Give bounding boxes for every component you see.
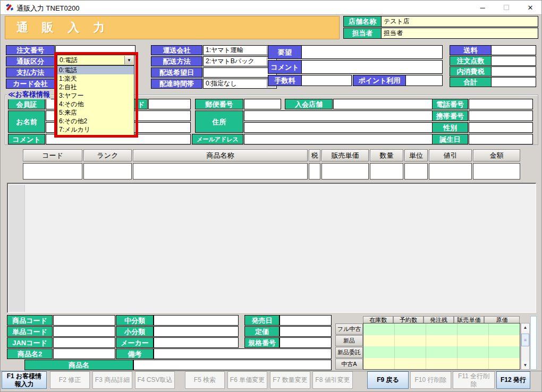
product-name-field[interactable]	[133, 360, 332, 370]
carrier-combo[interactable]: 1:ヤマト運輸 ▼	[203, 45, 277, 55]
member-card-label: 会員証	[8, 99, 45, 109]
stock-cell	[458, 323, 489, 335]
close-button[interactable]: ✕	[521, 1, 539, 14]
stock-cell	[489, 335, 520, 347]
total-label: 合計	[450, 77, 492, 87]
ship-date-field[interactable]	[203, 67, 277, 78]
items-list-panel[interactable]	[7, 183, 536, 313]
f10-delete-row-button[interactable]: F10 行削除	[410, 371, 451, 389]
items-entry-cell[interactable]	[404, 163, 428, 180]
customer-comment-field[interactable]	[46, 134, 191, 144]
jan-code-field[interactable]	[53, 337, 115, 348]
items-col-header: 金額	[473, 149, 520, 161]
items-entry-cell[interactable]	[23, 163, 82, 180]
email-field[interactable]	[244, 134, 436, 144]
f11-delete-all-button[interactable]: F11 全行削除	[453, 371, 495, 389]
gender-field[interactable]	[469, 122, 533, 133]
mid-category-field[interactable]	[154, 315, 239, 326]
phone-field[interactable]	[469, 99, 533, 109]
f6-unit-price-button[interactable]: F6 単価変更	[227, 371, 267, 389]
f1-customer-info-button[interactable]: F1 お客様情報入力	[2, 371, 47, 389]
items-entry-cell[interactable]	[429, 163, 472, 180]
dropdown-item[interactable]: 6:その他2	[57, 117, 134, 125]
jan-code-label: JANコード	[7, 337, 53, 348]
dropdown-item[interactable]: 4:その他	[57, 100, 134, 108]
note-field[interactable]	[154, 348, 332, 359]
channel-label: 通販区分	[6, 56, 55, 66]
ship-method-combo[interactable]: 2:ヤマトBパック ▼	[203, 56, 277, 66]
stock-scrollbar[interactable]: ▲ ≡ ▼	[521, 323, 530, 370]
time-slot-combo[interactable]: 0:指定なし ▼	[203, 79, 277, 89]
postal-code-field[interactable]	[244, 99, 281, 109]
dropdown-item[interactable]: 0:電話	[57, 66, 134, 74]
dropdown-item[interactable]: 5:来店	[57, 108, 134, 117]
f3-product-detail-button[interactable]: F3 商品詳細	[92, 371, 132, 389]
f5-search-button[interactable]: F5 検索	[185, 371, 225, 389]
member-sub-field[interactable]	[148, 99, 191, 109]
product-name2-field[interactable]	[53, 348, 115, 359]
items-entry-cell[interactable]	[309, 163, 320, 180]
list-price-field[interactable]	[280, 326, 332, 337]
carrier-value: 1:ヤマト運輸	[206, 46, 243, 55]
items-entry-cell[interactable]	[83, 163, 132, 180]
items-entry-cell[interactable]	[133, 163, 308, 180]
stock-col-header: 予約数	[393, 316, 424, 323]
channel-combo[interactable]: 0:電話 ▼	[57, 55, 134, 65]
scroll-down-button[interactable]: ▼	[521, 361, 529, 369]
channel-dropdown-list: 0:電話 1:楽天 2:自社 3:ヤフー 4:その他 5:来店 6:その他2 7…	[57, 65, 134, 135]
birthday-field[interactable]	[469, 134, 533, 144]
items-col-header: 値引	[429, 149, 472, 161]
dropdown-item[interactable]: 3:ヤフー	[57, 91, 134, 100]
items-entry-cell[interactable]	[473, 163, 520, 180]
chevron-down-icon[interactable]: ▼	[124, 56, 133, 64]
items-col-header: 商品名称	[133, 149, 308, 161]
request-label: 要望	[268, 45, 302, 59]
stock-col-header: 発注残	[424, 316, 454, 323]
window-title: 通販入力 TNET0200	[16, 4, 79, 13]
ship-method-value: 2:ヤマトBパック	[206, 57, 255, 66]
dropdown-item[interactable]: 2:自社	[57, 83, 134, 91]
points-field[interactable]	[405, 75, 443, 86]
order-comment-field[interactable]	[301, 60, 443, 74]
row-selector-strip	[9, 185, 25, 312]
stock-cell	[395, 335, 426, 347]
release-date-field[interactable]	[280, 315, 332, 326]
address-field-2[interactable]	[244, 122, 436, 133]
email-label: メールアドレス	[192, 134, 243, 144]
items-col-header: ランク	[83, 149, 132, 161]
product-code-label: 商品コード	[7, 315, 53, 326]
minimize-button[interactable]: ─	[473, 1, 492, 14]
f7-quantity-button[interactable]: F7 数量変更	[270, 371, 310, 389]
standard-no-field[interactable]	[280, 337, 332, 348]
sub-category-field[interactable]	[154, 326, 239, 337]
dropdown-item[interactable]: 1:楽天	[57, 74, 134, 83]
f12-issue-button[interactable]: F12 発行	[496, 371, 530, 389]
join-shop-field[interactable]	[333, 99, 436, 109]
address-field-1[interactable]	[244, 110, 436, 121]
stock-cell	[489, 323, 520, 335]
items-entry-cell[interactable]	[321, 163, 369, 180]
scrollbar-thumb[interactable]: ≡	[521, 334, 529, 346]
stock-cell	[458, 335, 489, 347]
order-comment-label: コメント	[268, 60, 302, 74]
f4-csv-import-button[interactable]: F4 CSV取込	[135, 371, 175, 389]
order-no-field[interactable]	[55, 45, 136, 55]
stock-row-header: 新品	[335, 335, 363, 346]
maker-field[interactable]	[154, 337, 239, 348]
f8-discount-button[interactable]: F8 値引変更	[312, 371, 353, 389]
scroll-up-button[interactable]: ▲	[521, 323, 529, 331]
product-code-field[interactable]	[53, 315, 115, 326]
f9-back-button[interactable]: F9 戻る	[367, 371, 409, 389]
dropdown-item[interactable]: 7:メルカリ	[57, 125, 134, 134]
close-icon: ✕	[528, 4, 533, 12]
f2-edit-button[interactable]: F2 修正	[50, 371, 90, 389]
request-field[interactable]	[301, 45, 443, 59]
items-col-header: コード	[23, 149, 82, 161]
unit-code-field[interactable]	[53, 326, 115, 337]
items-entry-cell[interactable]	[370, 163, 403, 180]
time-slot-value: 0:指定なし	[206, 79, 237, 88]
fee-field[interactable]	[301, 75, 352, 86]
mobile-field[interactable]	[469, 110, 533, 121]
maximize-button[interactable]	[497, 1, 515, 14]
order-no-label: 注文番号	[6, 45, 55, 55]
